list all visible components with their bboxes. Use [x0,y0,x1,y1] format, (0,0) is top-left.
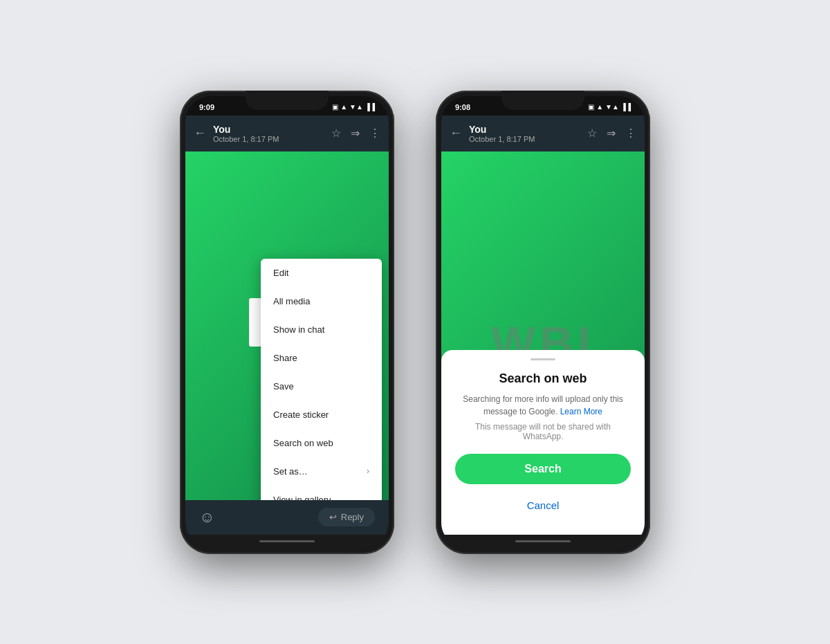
sheet-note: This message will not be shared with Wha… [455,422,631,441]
search-button[interactable]: Search [455,454,631,484]
svg-rect-0 [249,298,261,347]
bottom-sheet: Search on web Searching for more info wi… [441,350,645,535]
bottom-bar-1: ☺ ↩ Reply [185,500,389,535]
menu-item-create-sticker[interactable]: Create sticker [261,401,382,429]
cloud-icon: ▲ [340,103,347,111]
header-title-1: You October 1, 8:17 PM [213,124,331,143]
header-title-2: You October 1, 8:17 PM [469,124,587,143]
menu-item-save[interactable]: Save [261,372,382,401]
status-bar-1: 9:09 ▣ ▲ ▼▲ ▐▐ [185,96,389,116]
signal-icon-2: ▼▲ [605,103,619,111]
time-2: 9:08 [455,103,470,111]
menu-item-show-in-chat[interactable]: Show in chat [261,315,382,344]
context-menu: Edit All media Show in chat Share Save C… [261,259,382,500]
header-bar-1: ← You October 1, 8:17 PM ☆ ⇒ ⋮ [185,116,389,151]
menu-item-search-on-web[interactable]: Search on web [261,429,382,457]
menu-item-edit[interactable]: Edit [261,259,382,287]
phone-2: 9:08 ▣ ▲ ▼▲ ▐▐ ← You October 1, 8:17 PM … [436,91,650,554]
reply-icon: ↩ [329,512,337,522]
notif-icon-2: ▣ [588,103,594,111]
header-icons-1: ☆ ⇒ ⋮ [331,127,380,140]
home-indicator-2 [441,535,645,549]
star-icon-2[interactable]: ☆ [587,127,597,140]
learn-more-link[interactable]: Learn More [560,407,602,416]
contact-date-2: October 1, 8:17 PM [469,135,587,143]
header-icons-2: ☆ ⇒ ⋮ [587,127,636,140]
menu-item-all-media[interactable]: All media [261,287,382,315]
contact-name-1: You [213,124,331,135]
forward-icon-1[interactable]: ⇒ [351,127,360,140]
status-icons-1: ▣ ▲ ▼▲ ▐▐ [332,103,375,111]
cloud-icon-2: ▲ [596,103,603,111]
notif-icon: ▣ [332,103,338,111]
arrow-icon: › [367,466,369,476]
chat-area-2: WBI Search on web Searching for more inf… [441,151,645,535]
reply-button[interactable]: ↩ Reply [318,508,375,526]
menu-item-view-gallery[interactable]: View in gallery [261,486,382,500]
menu-item-set-as[interactable]: Set as… › [261,457,382,486]
signal-icon: ▼▲ [349,103,363,111]
battery-icon: ▐▐ [365,103,375,111]
home-bar-1 [259,540,315,542]
contact-date-1: October 1, 8:17 PM [213,135,331,143]
more-icon-1[interactable]: ⋮ [369,127,380,140]
menu-item-share[interactable]: Share [261,344,382,372]
sheet-title: Search on web [455,371,631,386]
forward-icon-2[interactable]: ⇒ [607,127,616,140]
cancel-button[interactable]: Cancel [455,493,631,518]
header-bar-2: ← You October 1, 8:17 PM ☆ ⇒ ⋮ [441,116,645,151]
reply-label: Reply [341,512,364,522]
more-icon-2[interactable]: ⋮ [625,127,636,140]
back-button-2[interactable]: ← [450,126,462,140]
phone-1: 9:09 ▣ ▲ ▼▲ ▐▐ ← You October 1, 8:17 PM … [180,91,394,554]
time-1: 9:09 [199,103,214,111]
back-button-1[interactable]: ← [194,126,206,140]
home-indicator-1 [185,535,389,549]
star-icon-1[interactable]: ☆ [331,127,341,140]
status-bar-2: 9:08 ▣ ▲ ▼▲ ▐▐ [441,96,645,116]
sheet-handle [531,358,555,360]
contact-name-2: You [469,124,587,135]
sheet-description: Searching for more info will upload only… [455,393,631,418]
chat-area-1: Edit All media Show in chat Share Save C… [185,151,389,500]
status-icons-2: ▣ ▲ ▼▲ ▐▐ [588,103,631,111]
battery-icon-2: ▐▐ [621,103,631,111]
emoji-button[interactable]: ☺ [199,508,214,526]
home-bar-2 [515,540,571,542]
